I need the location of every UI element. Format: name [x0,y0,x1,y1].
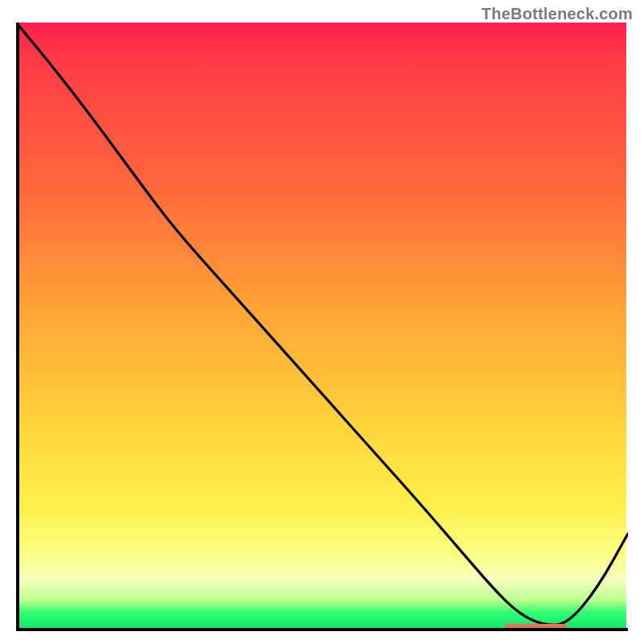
curve-layer [16,23,628,631]
curve-path [16,23,628,625]
chart-container: TheBottleneck.com [0,0,644,644]
x-axis [16,628,628,631]
attribution-text: TheBottleneck.com [481,5,633,23]
plot-area [16,23,628,631]
y-axis [16,23,19,631]
